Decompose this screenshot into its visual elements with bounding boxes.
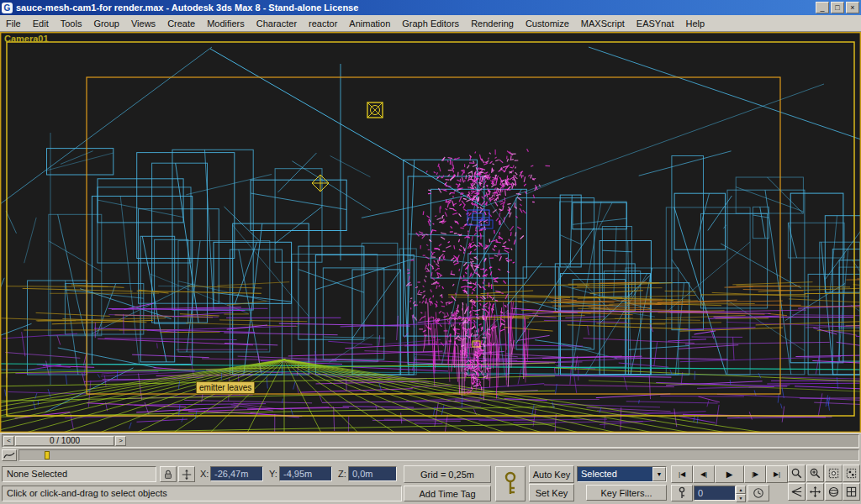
pan-button[interactable] (806, 483, 824, 501)
time-slider-next-arrow[interactable]: > (115, 436, 126, 446)
minimize-button[interactable]: _ (816, 2, 829, 13)
menu-maxscript[interactable]: MAXScript (575, 16, 631, 31)
time-slider-prev-arrow[interactable]: < (3, 436, 14, 446)
zoom-button[interactable] (788, 465, 806, 482)
status-prompt: Click or click-and-drag to select object… (2, 486, 402, 501)
key-mode-icon (678, 486, 686, 500)
menu-easynat[interactable]: EASYnat (631, 16, 680, 31)
3ds-max-window: G sauce-mesh-cam1-for render.max - Autod… (0, 0, 861, 504)
time-slider-track[interactable]: < 0 / 1000 > (2, 434, 859, 448)
pan-hand-icon (809, 486, 821, 498)
track-bar-row (0, 448, 861, 463)
menu-create[interactable]: Create (161, 16, 201, 31)
window-title: sauce-mesh-cam1-for render.max - Autodes… (13, 3, 816, 13)
magnifier-all-icon (809, 467, 821, 480)
camera-viewport[interactable]: Camera01 emitter leaves (0, 32, 861, 433)
min-max-toggle-button[interactable] (843, 483, 860, 501)
app-icon: G (2, 3, 13, 13)
extents-all-icon (845, 467, 858, 480)
current-frame-field[interactable]: 0 (694, 486, 736, 501)
field-of-view-button[interactable] (788, 483, 806, 501)
z-coordinate-field[interactable]: 0,0m (348, 466, 397, 481)
transform-type-in-icon (181, 469, 193, 480)
menu-group[interactable]: Group (87, 16, 125, 31)
key-icon (502, 470, 519, 497)
x-coordinate-field[interactable]: -26,47m (210, 466, 263, 481)
dropdown-arrow-icon: ▼ (652, 467, 666, 481)
menu-animation[interactable]: Animation (343, 16, 396, 31)
play-button[interactable]: ▶ (715, 465, 744, 483)
title-bar: G sauce-mesh-cam1-for render.max - Autod… (0, 0, 861, 15)
y-coordinate-field[interactable]: -4,95m (279, 466, 332, 481)
viewport-label[interactable]: Camera01 (4, 34, 49, 44)
zoom-extents-all-button[interactable] (843, 465, 860, 482)
curve-icon (3, 451, 15, 459)
extents-icon (827, 467, 840, 480)
x-label: X: (200, 469, 209, 479)
mini-curve-editor-button[interactable] (2, 449, 17, 461)
menu-customize[interactable]: Customize (520, 16, 575, 31)
orbit-icon (827, 486, 840, 498)
selection-status-field: None Selected (2, 466, 156, 482)
magnifier-icon (790, 467, 803, 480)
selection-lock-button[interactable] (160, 466, 177, 482)
close-button[interactable]: × (846, 2, 859, 13)
set-keys-button[interactable] (495, 466, 526, 501)
menu-bar: File Edit Tools Group Views Create Modif… (0, 15, 861, 32)
current-time-marker[interactable] (45, 451, 50, 459)
time-slider-thumb[interactable]: 0 / 1000 (15, 436, 114, 446)
clock-icon (753, 487, 764, 499)
key-mode-dropdown[interactable]: Selected ▼ (577, 466, 667, 482)
menu-rendering[interactable]: Rendering (465, 16, 520, 31)
frame-spinner[interactable]: ▲ ▼ (736, 486, 746, 501)
auto-key-button[interactable]: Auto Key (529, 465, 574, 483)
spinner-down-icon[interactable]: ▼ (736, 494, 746, 502)
menu-reactor[interactable]: reactor (303, 16, 343, 31)
menu-graph-editors[interactable]: Graph Editors (396, 16, 465, 31)
time-configuration-button[interactable] (747, 485, 769, 501)
menu-edit[interactable]: Edit (27, 16, 55, 31)
z-label: Z: (338, 469, 346, 479)
fov-icon (790, 486, 803, 498)
go-to-end-button[interactable]: ▶| (766, 465, 788, 483)
maximize-button[interactable]: □ (831, 2, 844, 13)
arc-rotate-button[interactable] (825, 483, 843, 501)
key-filters-button[interactable]: Key Filters... (586, 485, 667, 501)
track-bar[interactable] (18, 449, 859, 461)
minmax-icon (845, 486, 858, 498)
grid-size-display: Grid = 0,25m (404, 465, 491, 483)
menu-file[interactable]: File (0, 16, 27, 31)
zoom-all-button[interactable] (806, 465, 824, 482)
spinner-up-icon[interactable]: ▲ (736, 486, 746, 494)
menu-character[interactable]: Character (251, 16, 303, 31)
menu-help[interactable]: Help (679, 16, 710, 31)
add-time-tag-button[interactable]: Add Time Tag (404, 486, 491, 501)
zoom-extents-button[interactable] (825, 465, 843, 482)
previous-frame-button[interactable]: ◀| (693, 465, 715, 483)
absolute-mode-button[interactable] (178, 466, 195, 482)
y-label: Y: (269, 469, 277, 479)
window-controls: _ □ × (816, 2, 861, 13)
menu-tools[interactable]: Tools (55, 16, 88, 31)
set-key-button[interactable]: Set Key (529, 484, 574, 501)
go-to-start-button[interactable]: |◀ (671, 465, 693, 483)
key-mode-dropdown-value: Selected (578, 467, 652, 481)
object-name-tag: emitter leaves (196, 381, 255, 394)
key-mode-toggle-button[interactable] (671, 485, 693, 501)
menu-views[interactable]: Views (125, 16, 161, 31)
padlock-icon (162, 469, 174, 480)
next-frame-button[interactable]: |▶ (744, 465, 766, 483)
time-slider-row: < 0 / 1000 > (0, 433, 861, 448)
viewport-wireframe (0, 32, 861, 433)
menu-modifiers[interactable]: Modifiers (201, 16, 251, 31)
